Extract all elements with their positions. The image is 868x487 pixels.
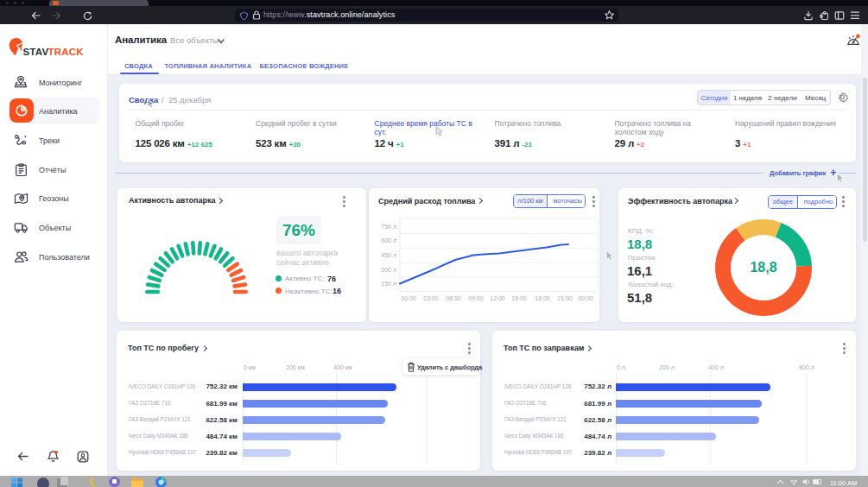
- svg-text:STAV: STAV: [23, 47, 49, 57]
- svg-text:TRACK: TRACK: [48, 47, 85, 57]
